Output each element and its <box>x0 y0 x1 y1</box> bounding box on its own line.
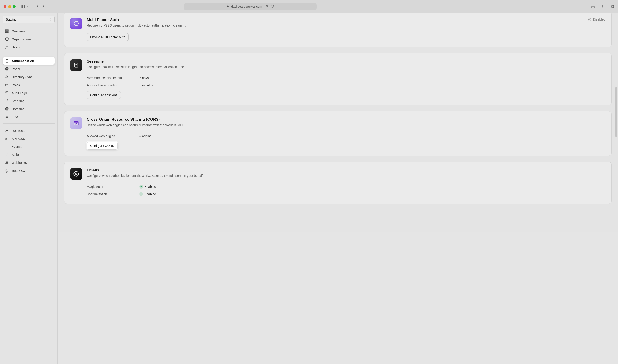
svg-point-27 <box>6 116 7 117</box>
check-icon <box>139 185 143 189</box>
environment-label: Staging <box>6 18 16 21</box>
kv-value: Enabled <box>139 185 156 189</box>
sidebar-item-label: Authentication <box>12 59 34 63</box>
sidebar-item-label: API Keys <box>12 137 25 141</box>
svg-marker-11 <box>5 38 8 39</box>
emails-icon <box>70 168 82 180</box>
reload-icon <box>271 5 274 8</box>
kv-row: User invitation Enabled <box>87 190 605 198</box>
status-disabled: Disabled <box>588 18 605 21</box>
sidebar-toggle-button[interactable] <box>21 5 29 9</box>
kv-value: Enabled <box>139 192 156 196</box>
sidebar-item-label: Test SSO <box>12 169 25 172</box>
svg-marker-42 <box>6 169 8 172</box>
globe-icon <box>5 107 9 111</box>
url-bar[interactable]: dashboard.workos.com <box>184 3 317 10</box>
arrow-split-icon <box>5 129 9 132</box>
svg-point-29 <box>6 117 7 118</box>
mfa-icon <box>70 18 82 29</box>
sidebar-item-label: Overview <box>12 29 25 33</box>
window-close-button[interactable] <box>4 5 6 8</box>
sessions-icon <box>70 59 82 71</box>
shield-icon <box>5 59 9 63</box>
svg-point-19 <box>7 76 8 77</box>
sidebar-item-label: Users <box>12 45 20 49</box>
window-maximize-button[interactable] <box>13 5 15 8</box>
sidebar-item-label: Branding <box>12 99 25 103</box>
svg-point-40 <box>6 163 6 164</box>
new-tab-button[interactable] <box>601 4 605 9</box>
sidebar-item-label: Domains <box>12 107 24 111</box>
sidebar-item-label: Webhooks <box>12 161 27 165</box>
svg-rect-10 <box>7 32 8 33</box>
svg-point-21 <box>6 85 7 85</box>
card-title: Multi-Factor Auth <box>87 18 583 22</box>
check-icon <box>139 192 143 196</box>
sidebar-item-authentication[interactable]: Authentication <box>3 57 55 65</box>
sidebar-item-users[interactable]: Users <box>3 43 55 51</box>
svg-line-45 <box>589 18 591 20</box>
chevron-down-icon <box>26 5 29 8</box>
card-cors: Cross-Origin Resource Sharing (CORS) Def… <box>64 111 612 156</box>
card-title: Emails <box>87 168 605 172</box>
translate-icon[interactable] <box>266 5 269 8</box>
svg-rect-8 <box>7 30 8 31</box>
sidebar-item-actions[interactable]: Actions <box>3 151 55 158</box>
kv-row: Access token duration 1 minutes <box>87 82 605 89</box>
reload-button[interactable] <box>271 5 274 8</box>
lock-icon <box>227 5 229 8</box>
svg-point-28 <box>8 116 8 117</box>
card-desc: Require non-SSO users to set up multi-fa… <box>87 24 583 27</box>
configure-sessions-button[interactable]: Configure sessions <box>87 91 121 99</box>
card-desc: Configure which authentication emails Wo… <box>87 174 605 178</box>
chevron-updown-icon <box>49 18 52 21</box>
nav-back-button[interactable] <box>36 4 39 9</box>
enable-mfa-button[interactable]: Enable Multi-Factor Auth <box>87 33 129 41</box>
kv-value: 1 minutes <box>139 83 153 87</box>
sidebar-item-label: Events <box>12 145 22 149</box>
badge-icon <box>5 83 9 87</box>
paint-icon <box>5 99 9 103</box>
zap-icon <box>5 169 9 172</box>
sidebar-item-label: Radar <box>12 67 20 71</box>
url-text: dashboard.workos.com <box>231 5 262 8</box>
sidebar-item-domains[interactable]: Domains <box>3 105 55 113</box>
window-minimize-button[interactable] <box>8 5 11 8</box>
svg-rect-7 <box>5 30 7 31</box>
nav-forward-button[interactable] <box>42 4 45 9</box>
sidebar-item-directory-sync[interactable]: Directory Sync <box>3 73 55 81</box>
sidebar-item-radar[interactable]: Radar <box>3 65 55 73</box>
svg-rect-49 <box>74 121 79 125</box>
svg-point-41 <box>8 163 8 164</box>
status-enabled-label: Enabled <box>144 192 156 196</box>
kv-label: Allowed web origins <box>87 134 133 138</box>
share-icon <box>591 4 595 8</box>
configure-cors-button[interactable]: Configure CORS <box>87 142 118 150</box>
svg-point-30 <box>8 117 8 118</box>
status-enabled-label: Enabled <box>144 185 156 189</box>
sidebar-item-roles[interactable]: Roles <box>3 81 55 89</box>
webhook-icon <box>5 161 9 165</box>
sidebar-item-label: Actions <box>12 153 22 156</box>
target-icon <box>5 67 9 71</box>
sidebar-item-organizations[interactable]: Organizations <box>3 35 55 43</box>
kv-row: Allowed web origins 5 origins <box>87 132 605 140</box>
sidebar-item-overview[interactable]: Overview <box>3 27 55 35</box>
kv-value: 7 days <box>139 76 149 80</box>
sidebar-item-webhooks[interactable]: Webhooks <box>3 159 55 166</box>
scrollbar-thumb[interactable] <box>616 87 617 137</box>
sidebar-item-fga[interactable]: FGA <box>3 113 55 121</box>
sidebar-item-redirects[interactable]: Redirects <box>3 127 55 134</box>
sidebar-item-audit-logs[interactable]: Audit Logs <box>3 89 55 97</box>
sidebar-item-branding[interactable]: Branding <box>3 97 55 105</box>
share-button[interactable] <box>591 4 595 9</box>
sidebar-item-api-keys[interactable]: API Keys <box>3 135 55 142</box>
traffic-lights <box>4 5 15 8</box>
svg-rect-6 <box>612 5 614 8</box>
sidebar-item-events[interactable]: Events <box>3 143 55 150</box>
kv-label: Magic Auth <box>87 185 133 189</box>
environment-switcher[interactable]: Staging <box>3 15 55 23</box>
svg-point-17 <box>7 69 7 69</box>
tabs-overview-button[interactable] <box>610 4 614 9</box>
sidebar-item-test-sso[interactable]: Test SSO <box>3 167 55 174</box>
